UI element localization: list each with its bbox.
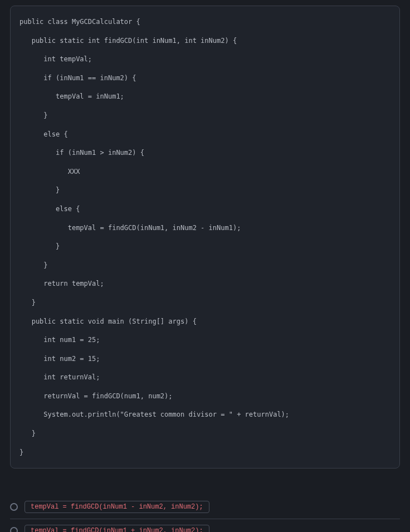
code-block: public class MyGCDCalculator { public st… [19,17,391,457]
code-container: public class MyGCDCalculator { public st… [10,6,400,468]
answer-code-1: tempVal = findGCD(inNum1 - inNum2, inNum… [25,501,209,513]
answer-option-2[interactable]: tempVal = findGCD(inNum1 + inNum2, inNum… [10,519,400,532]
answer-option-1[interactable]: tempVal = findGCD(inNum1 - inNum2, inNum… [10,495,400,519]
answer-code-2: tempVal = findGCD(inNum1 + inNum2, inNum… [25,525,209,532]
radio-icon [10,503,18,511]
radio-icon [10,527,18,532]
answers-section: tempVal = findGCD(inNum1 - inNum2, inNum… [10,495,400,532]
